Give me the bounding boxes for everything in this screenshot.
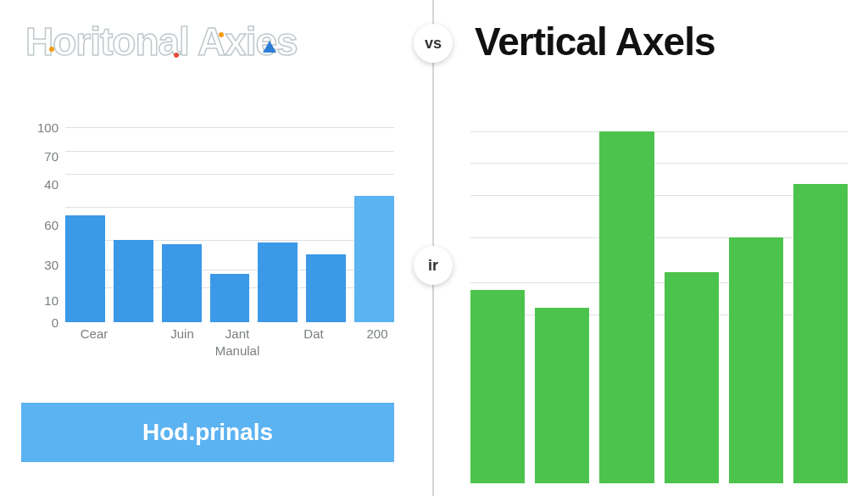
y-tick: 10 xyxy=(21,293,58,308)
y-tick: 40 xyxy=(21,177,58,192)
bar xyxy=(729,237,783,484)
right-title: Vertical Axels xyxy=(475,19,715,64)
x-tick: Jant xyxy=(212,326,263,341)
bar xyxy=(354,196,394,323)
x-tick: Juin xyxy=(157,326,208,341)
x-tick: Cear xyxy=(69,326,120,341)
accent-dot xyxy=(219,32,224,37)
bar xyxy=(793,184,848,483)
left-bar-chart: 100 70 40 60 30 10 0 Cear Juin Jant Dat xyxy=(21,127,403,365)
bar xyxy=(114,240,153,322)
bar xyxy=(599,131,654,483)
bar xyxy=(306,254,346,323)
hod-prinals-button[interactable]: Hod.prinals xyxy=(21,403,394,462)
bar xyxy=(470,290,525,483)
bar xyxy=(258,242,298,322)
y-tick: 60 xyxy=(21,217,58,231)
bar xyxy=(665,272,719,483)
accent-dot xyxy=(49,47,54,52)
y-tick: 0 xyxy=(21,315,58,329)
bars xyxy=(65,127,394,322)
left-title: Horitonal Axies xyxy=(25,19,298,64)
y-tick: 100 xyxy=(21,120,58,135)
bar xyxy=(210,274,250,323)
x-sublabel: Manulal xyxy=(203,343,271,358)
x-tick: Dat xyxy=(288,326,339,341)
triangle-icon xyxy=(263,41,276,53)
button-label: Hod.prinals xyxy=(142,419,273,446)
bar xyxy=(65,215,105,323)
y-tick: 70 xyxy=(21,148,58,163)
ir-badge: ir xyxy=(414,246,453,285)
right-bar-chart xyxy=(470,131,852,483)
y-tick: 30 xyxy=(21,258,58,272)
vs-badge: vs xyxy=(414,24,453,63)
comparison-canvas: Horitonal Axies Vertical Axels vs ir 100… xyxy=(0,0,868,496)
accent-dot xyxy=(174,53,179,58)
bars xyxy=(470,131,848,483)
x-tick: 200 xyxy=(352,326,403,341)
bar xyxy=(162,244,202,322)
bar xyxy=(535,308,589,484)
